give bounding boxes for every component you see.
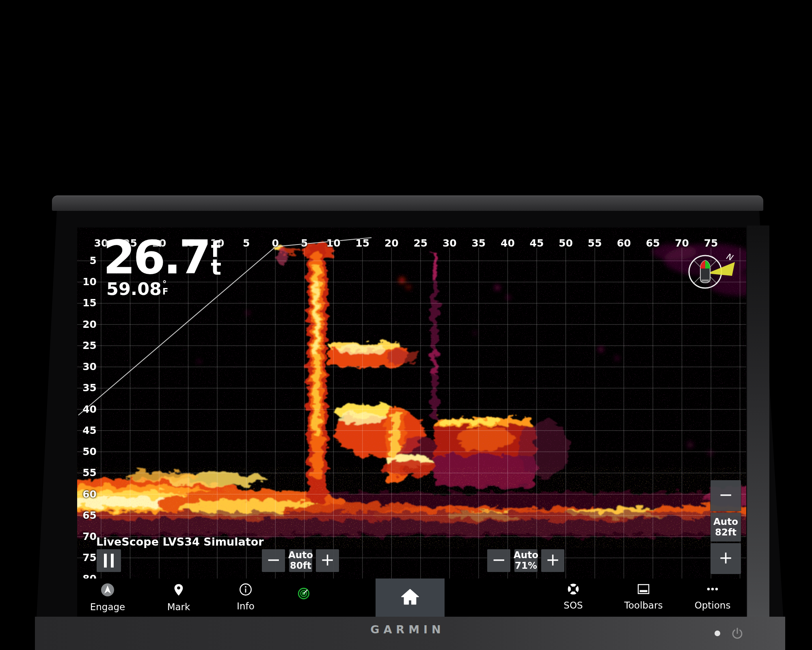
depth-tick-label: 40 (78, 403, 97, 415)
depth-readout: 26.7 ft (103, 236, 221, 279)
home-button[interactable] (376, 578, 445, 617)
range-tick-label: 25 (412, 237, 430, 249)
range-tick-label: 40 (499, 237, 516, 249)
forward-range-auto-button[interactable]: Auto80ft (289, 549, 312, 572)
depth-tick-label: 5 (78, 255, 97, 266)
temperature-value: 59.08 (106, 280, 162, 298)
range-tick-label: 30 (441, 237, 458, 249)
depth-range-plus-button[interactable]: + (710, 543, 741, 574)
source-label: LiveScope LVS34 Simulator (96, 535, 264, 548)
range-tick-label: 75 (702, 237, 720, 249)
temperature-readout: 59.08 °F (106, 280, 168, 298)
depth-tick-label: 70 (78, 531, 97, 542)
range-tick-label: 65 (644, 237, 662, 249)
north-label: N (725, 251, 735, 263)
depth-tick-label: 25 (78, 340, 97, 351)
power-led (715, 630, 720, 636)
range-tick-label: 55 (586, 237, 604, 249)
device-right-bezel (747, 225, 769, 650)
depth-tick-label: 20 (78, 318, 97, 330)
range-tick-label: 0 (266, 237, 284, 249)
beam-orientation-indicator[interactable]: N (685, 251, 746, 296)
depth-range-auto-button[interactable]: Auto82ft (710, 513, 741, 542)
depth-tick-label: 60 (78, 488, 97, 500)
gain-auto-button[interactable]: Auto71% (514, 549, 538, 572)
depth-tick-label: 15 (78, 297, 97, 309)
home-icon (400, 587, 421, 608)
info-circle-icon (239, 583, 253, 598)
depth-tick-label: 80 (78, 573, 97, 578)
depth-tick-label: 35 (78, 382, 97, 394)
depth-unit: ft (211, 240, 221, 277)
pause-icon (104, 554, 114, 568)
forward-range-minus-button[interactable]: − (262, 549, 285, 572)
map-pin-icon (172, 583, 186, 599)
toolbar-item-mark[interactable]: Mark (150, 580, 207, 616)
garmin-chartplotter: GARMIN (0, 0, 812, 650)
range-tick-label: 20 (382, 237, 400, 249)
pause-button[interactable] (97, 549, 121, 572)
sonar-radar-green-icon (297, 587, 311, 602)
toolbar-item-sos[interactable]: SOS (545, 580, 602, 616)
device-top-bezel (52, 195, 763, 211)
toolbar-item-engage[interactable]: Engage (79, 580, 136, 616)
gain-plus-button[interactable]: + (541, 549, 564, 572)
forward-range-plus-button[interactable]: + (316, 549, 339, 572)
depth-range-minus-button[interactable]: − (710, 480, 741, 511)
toolbar-window-icon (636, 583, 651, 597)
toolbar-item-toolbars[interactable]: Toolbars (615, 580, 672, 616)
garmin-logo: GARMIN (52, 623, 763, 636)
range-tick-label: 45 (528, 237, 546, 249)
range-tick-label: 10 (324, 237, 342, 249)
ellipsis-icon (704, 583, 721, 597)
range-tick-label: 5 (238, 237, 255, 249)
power-icon[interactable] (731, 627, 744, 640)
depth-tick-label: 10 (78, 276, 97, 288)
depth-value: 26.7 (103, 236, 209, 279)
range-tick-label: 70 (673, 237, 691, 249)
temperature-unit: °F (162, 280, 168, 296)
range-tick-label: 35 (470, 237, 488, 249)
depth-tick-label: 45 (78, 425, 97, 436)
toolbar-item-options[interactable]: Options (684, 580, 741, 616)
range-tick-label: 60 (615, 237, 633, 249)
range-tick-label: 5 (296, 237, 313, 249)
range-tick-label: 15 (354, 237, 371, 249)
depth-tick-label: 55 (78, 467, 97, 479)
range-tick-label: 50 (557, 237, 574, 249)
depth-tick-label: 75 (78, 552, 97, 563)
life-ring-icon (567, 583, 580, 597)
depth-tick-label: 50 (78, 446, 97, 457)
depth-tick-label: 65 (78, 509, 97, 521)
depth-tick-label: 30 (78, 361, 97, 373)
navigation-arrow-icon (100, 583, 115, 599)
toolbar-item-sonar[interactable] (275, 580, 332, 616)
gain-minus-button[interactable]: − (487, 549, 510, 572)
toolbar-item-info[interactable]: Info (217, 580, 274, 616)
